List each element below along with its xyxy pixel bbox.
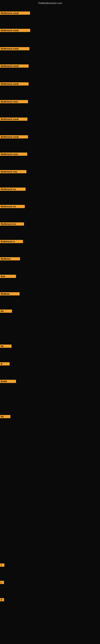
bottleneck-badge-8: Bottleneck result xyxy=(0,135,28,138)
bottleneck-badge-5: Bottleneck result xyxy=(0,82,29,86)
bottleneck-badge-15: Bottlenec xyxy=(0,257,20,260)
bottleneck-badge-18: Bo xyxy=(0,310,12,313)
bottleneck-badge-4: Bottleneck result xyxy=(0,64,29,68)
bottleneck-badge-24: | xyxy=(0,581,4,584)
bottleneck-badge-1: Bottleneck result xyxy=(0,12,30,15)
bottleneck-badge-16: Bott xyxy=(0,275,16,278)
bottleneck-badge-2: Bottleneck result xyxy=(0,29,30,32)
bottleneck-badge-3: Bottleneck result xyxy=(0,47,29,50)
bottleneck-badge-10: Bottleneck resu xyxy=(0,170,26,173)
bottleneck-badge-14: Bottleneck re xyxy=(0,240,23,243)
bottleneck-badge-22: Bo xyxy=(0,415,10,418)
bottleneck-badge-11: Bottleneck res xyxy=(0,188,26,191)
bottleneck-badge-21: Bottle xyxy=(0,380,16,383)
bottleneck-badge-6: Bottleneck resul xyxy=(0,100,28,103)
bottleneck-badge-7: Bottleneck result xyxy=(0,118,27,121)
bottleneck-badge-25: E xyxy=(0,598,4,601)
bottleneck-badge-12: Bottleneck res xyxy=(0,205,25,208)
bottleneck-badge-13: Bottleneck res xyxy=(0,222,24,226)
bottleneck-badge-20: B xyxy=(0,362,10,366)
site-title: TheBottlenecker.com xyxy=(0,2,100,5)
bottleneck-badge-19: Bo xyxy=(0,344,12,348)
bottleneck-badge-9: Bottleneck resul xyxy=(0,152,27,156)
bottleneck-badge-17: Bottlene xyxy=(0,292,20,296)
bottleneck-badge-23: | xyxy=(0,564,4,567)
